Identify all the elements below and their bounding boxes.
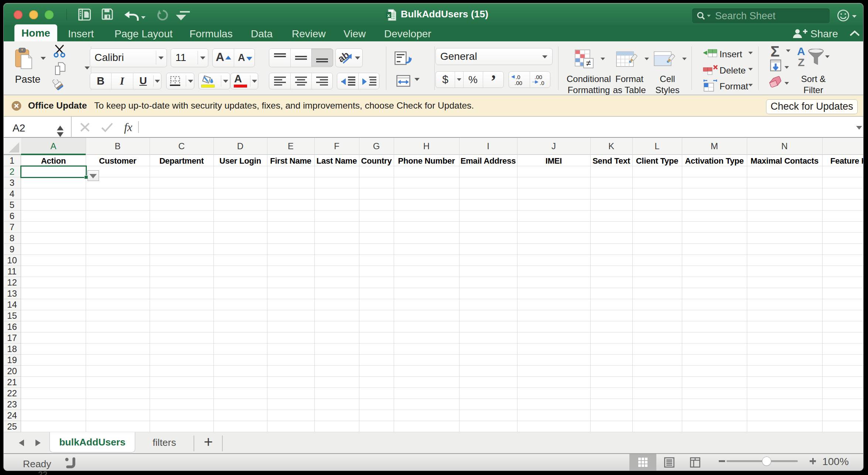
- svg-text:≠: ≠: [586, 58, 591, 68]
- svg-text:x: x: [387, 13, 390, 18]
- svg-text:.00: .00: [515, 80, 522, 86]
- svg-text:.0: .0: [540, 80, 544, 86]
- svg-text:.00: .00: [534, 74, 542, 80]
- svg-text:.0: .0: [516, 74, 520, 80]
